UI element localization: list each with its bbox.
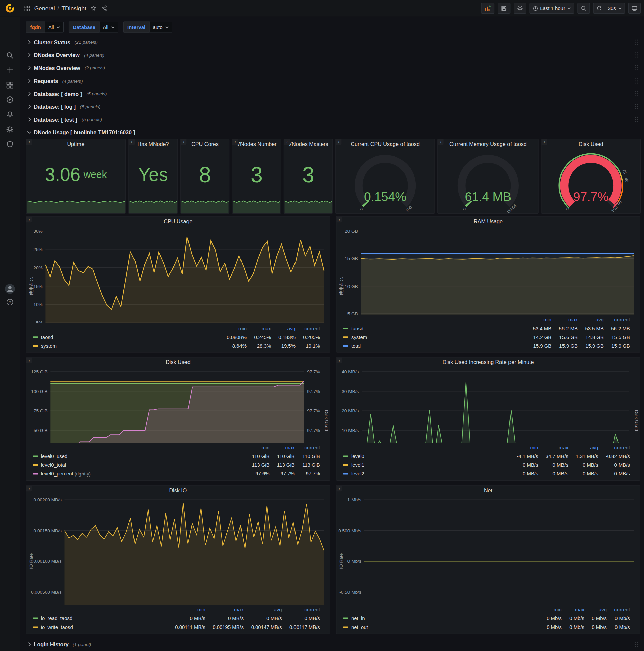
panel-info-icon[interactable]: i bbox=[284, 139, 290, 145]
panel-title[interactable]: Disk Used bbox=[541, 139, 640, 149]
help-icon[interactable]: ? bbox=[0, 298, 20, 306]
dashboards-icon[interactable] bbox=[0, 81, 20, 89]
chart-legend[interactable]: minmaxavgcurrentlevel0-4.1 MB/s34.7 MB/s… bbox=[336, 443, 640, 480]
breadcrumb-dashboard[interactable]: TDinsight bbox=[61, 5, 86, 12]
chevron-down-icon bbox=[26, 130, 33, 133]
chart-legend[interactable]: minmaxavgcurrentnet_in0 Mb/s0 Mb/s0 Mb/s… bbox=[336, 605, 640, 633]
dashboard-row-database-log[interactable]: Database: [ log ] (5 panels) bbox=[26, 101, 640, 112]
refresh-interval-dropdown[interactable]: 30s bbox=[605, 3, 625, 14]
svg-text:97.7%: 97.7% bbox=[307, 428, 320, 433]
chart-legend[interactable]: minmaxcurrentlevel0_used110 GiB110 GiB11… bbox=[26, 443, 330, 480]
zoom-out-button[interactable] bbox=[577, 3, 590, 14]
panel-title[interactable]: Net bbox=[336, 486, 640, 496]
time-range-picker[interactable]: Last 1 hour bbox=[529, 3, 574, 14]
row-drag-handle[interactable] bbox=[635, 39, 639, 45]
panel-title[interactable]: Disk Used Increasing Rate per Minute bbox=[336, 358, 640, 368]
variable-fqdn[interactable]: fqdn All bbox=[26, 22, 64, 33]
panel-info-icon[interactable]: i bbox=[232, 139, 238, 145]
stat-sparkline bbox=[129, 198, 177, 213]
chart-legend[interactable]: minmaxavgcurrenttaosd0.0808%0.245%0.183%… bbox=[26, 323, 330, 352]
row-panel-count: (5 panels) bbox=[80, 104, 101, 109]
variable-interval[interactable]: Interval auto bbox=[123, 22, 173, 33]
alerting-icon[interactable] bbox=[0, 111, 20, 118]
panel-info-icon[interactable]: i bbox=[26, 217, 32, 222]
panel-title[interactable]: VNodes Masters bbox=[284, 139, 332, 149]
breadcrumb-folder[interactable]: General bbox=[34, 5, 55, 12]
panel-info-icon[interactable]: i bbox=[336, 486, 342, 491]
panel-info-icon[interactable]: i bbox=[181, 139, 187, 145]
row-drag-handle[interactable] bbox=[635, 91, 639, 97]
row-title: Database: [ test ] bbox=[34, 117, 77, 123]
variable-label: Database bbox=[69, 22, 99, 33]
panel-info-icon[interactable]: i bbox=[336, 358, 342, 364]
panel-title[interactable]: VNodes Number bbox=[232, 139, 281, 149]
row-drag-handle[interactable] bbox=[635, 117, 639, 122]
svg-text:0 Mb/s: 0 Mb/s bbox=[348, 559, 361, 564]
svg-text:75: 75 bbox=[621, 169, 627, 175]
chart-canvas[interactable]: 0 GiB97.6%25 GiB97.7%50 GiB97.7%75 GiB97… bbox=[26, 367, 330, 443]
explore-icon[interactable] bbox=[0, 96, 20, 103]
panel-title[interactable]: Disk Used bbox=[26, 358, 330, 368]
variable-database[interactable]: Database All bbox=[69, 22, 118, 33]
panel-info-icon[interactable]: i bbox=[26, 358, 32, 364]
dashboard-settings-button[interactable] bbox=[514, 3, 526, 14]
panel-title[interactable]: CPU Usage bbox=[26, 217, 330, 227]
add-panel-button[interactable] bbox=[481, 3, 494, 14]
dashboard-row-login-history[interactable]: Login History (1 panel) bbox=[26, 639, 640, 650]
panel-info-icon[interactable]: i bbox=[336, 139, 342, 145]
chart-legend[interactable]: minmaxavgcurrentio_read_taosd0 MB/s0 MB/… bbox=[26, 605, 330, 633]
dashboard-row-cluster-status[interactable]: Cluster Status (21 panels) bbox=[26, 37, 640, 47]
panel-info-icon[interactable]: i bbox=[26, 139, 32, 145]
dashboard-row-dnodes-overview[interactable]: DNodes Overview (4 panels) bbox=[26, 50, 640, 60]
chart-canvas[interactable]: 0%5%10%15%20%25%30%01:0001:0501:1001:150… bbox=[26, 227, 330, 323]
panel-info-icon[interactable]: i bbox=[26, 486, 32, 491]
panel-info-icon[interactable]: i bbox=[541, 139, 547, 145]
star-icon[interactable] bbox=[90, 5, 96, 11]
row-title: MNodes Overview bbox=[34, 65, 80, 71]
row-drag-handle[interactable] bbox=[635, 52, 639, 58]
variable-value-dropdown[interactable]: auto bbox=[150, 22, 173, 33]
panel-info-icon[interactable]: i bbox=[129, 139, 134, 145]
dashboard-row-database-demo[interactable]: Database: [ demo ] (5 panels) bbox=[26, 88, 640, 99]
dashboard-row-mnodes-overview[interactable]: MNodes Overview (2 panels) bbox=[26, 62, 640, 73]
panel-title[interactable]: Current Memory Usage of taosd bbox=[438, 139, 538, 149]
dashboard-row-dnode-usage[interactable]: DNode Usage [ huolinhe-TM1701:6030 ] bbox=[26, 127, 640, 137]
row-drag-handle[interactable] bbox=[635, 104, 639, 110]
panel-title[interactable]: CPU Cores bbox=[181, 139, 229, 149]
search-icon[interactable] bbox=[0, 52, 20, 59]
svg-text:0.154%: 0.154% bbox=[364, 190, 406, 204]
chevron-right-icon bbox=[26, 40, 33, 44]
share-icon[interactable] bbox=[101, 5, 107, 11]
cycle-view-button[interactable] bbox=[628, 3, 641, 14]
chart-canvas[interactable]: -10 MB/s0 MB/s10 MB/s20 MB/s30 MB/s40 MB… bbox=[336, 367, 640, 443]
configuration-icon[interactable] bbox=[0, 125, 20, 133]
row-drag-handle[interactable] bbox=[635, 65, 639, 71]
panel-info-icon[interactable]: i bbox=[336, 217, 342, 222]
variable-value-dropdown[interactable]: All bbox=[45, 22, 64, 33]
dashboard-row-requests[interactable]: Requests (4 panels) bbox=[26, 75, 640, 86]
server-admin-icon[interactable] bbox=[0, 141, 20, 148]
row-drag-handle[interactable] bbox=[635, 641, 639, 647]
variable-value-dropdown[interactable]: All bbox=[99, 22, 118, 33]
user-avatar[interactable] bbox=[0, 284, 20, 294]
chart-legend[interactable]: minmaxavgcurrenttaosd53.4 MB56.2 MB53.5 … bbox=[336, 315, 640, 352]
panel-title[interactable]: Has MNode? bbox=[129, 139, 178, 149]
svg-text:20%: 20% bbox=[33, 266, 42, 271]
panel-title[interactable]: Disk IO bbox=[26, 486, 330, 496]
grafana-logo[interactable] bbox=[5, 3, 15, 14]
panel-title[interactable]: Uptime bbox=[26, 139, 125, 149]
chart-canvas[interactable]: -1 Mb/s-0.50 Mb/s0 Mb/s0.500 Mb/s1 Mb/s0… bbox=[336, 496, 640, 605]
template-variables: fqdn All Database All Interval auto bbox=[26, 22, 640, 33]
dashboard-row-database-test[interactable]: Database: [ test ] (5 panels) bbox=[26, 114, 640, 125]
svg-text:40 MB/s: 40 MB/s bbox=[342, 369, 359, 374]
panel-info-icon[interactable]: i bbox=[438, 139, 443, 145]
save-dashboard-button[interactable] bbox=[498, 3, 510, 14]
row-drag-handle[interactable] bbox=[635, 78, 639, 84]
create-icon[interactable] bbox=[0, 66, 20, 73]
svg-text:50 GiB: 50 GiB bbox=[34, 428, 47, 433]
chart-canvas[interactable]: 0 MB/s0.000500 MB/s0.00100 MB/s0.00150 M… bbox=[26, 496, 330, 605]
refresh-button[interactable] bbox=[593, 3, 605, 14]
chart-canvas[interactable]: 0 MB5 GB10 GB15 GB20 GB01:0001:0501:1001… bbox=[336, 227, 640, 315]
panel-title[interactable]: Current CPU Usage of taosd bbox=[336, 139, 434, 149]
panel-title[interactable]: RAM Usage bbox=[336, 217, 640, 227]
